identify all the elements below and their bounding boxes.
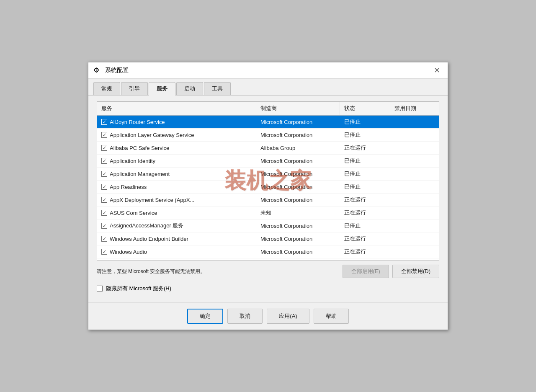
title-bar: ⚙ 系统配置 ✕ — [88, 62, 448, 79]
disable-date-cell — [390, 145, 439, 150]
service-name-cell: ✓ Application Identity — [97, 155, 256, 167]
disable-date-cell — [390, 249, 439, 254]
service-checkbox[interactable]: ✓ — [101, 223, 107, 229]
tab-bar: 常规 引导 服务 启动 工具 — [88, 79, 448, 95]
content-area: 装机之家 服务 制造商 状态 禁用日期 ✓ Al — [88, 95, 448, 300]
service-name-cell: ✓ Application Layer Gateway Service — [97, 129, 256, 141]
tab-tools[interactable]: 工具 — [204, 82, 231, 95]
service-name-cell: ✓ Application Management — [97, 168, 256, 180]
service-name-cell: ✓ AllJoyn Router Service — [97, 116, 256, 128]
manufacturer-cell: Microsoft Corporation — [256, 246, 340, 258]
status-cell: 已停止 — [340, 116, 390, 128]
manufacturer-cell: Microsoft Corporation — [256, 233, 340, 245]
service-name-cell: ✓ Windows Audio Endpoint Builder — [97, 233, 256, 245]
title-bar-left: ⚙ 系统配置 — [93, 66, 129, 75]
col-disable-date: 禁用日期 — [390, 102, 439, 115]
col-manufacturer: 制造商 — [256, 102, 340, 115]
enable-all-button[interactable]: 全部启用(E) — [343, 265, 389, 278]
footer-button-row: 确定 取消 应用(A) 帮助 — [88, 302, 448, 330]
services-table-wrapper: 装机之家 服务 制造商 状态 禁用日期 ✓ Al — [97, 101, 439, 260]
service-checkbox[interactable]: ✓ — [101, 132, 107, 138]
table-row[interactable]: ✓ Application Management Microsoft Corpo… — [97, 168, 439, 181]
notice-text: 请注意，某些 Microsoft 安全服务可能无法禁用。 — [97, 268, 338, 275]
hide-microsoft-checkbox[interactable] — [97, 286, 103, 291]
tab-startup[interactable]: 启动 — [176, 82, 203, 95]
table-row[interactable]: ✓ Application Identity Microsoft Corpora… — [97, 155, 439, 168]
service-checkbox[interactable]: ✓ — [101, 119, 107, 125]
manufacturer-cell: Alibaba Group — [256, 142, 340, 154]
cancel-button[interactable]: 取消 — [227, 309, 263, 324]
status-cell: 已停止 — [340, 219, 390, 232]
table-row[interactable]: ✓ 手机网络时间 Microsoft Corporation 已停止 — [97, 258, 439, 260]
service-checkbox[interactable]: ✓ — [101, 197, 107, 203]
service-checkbox[interactable]: ✓ — [101, 158, 107, 164]
table-row[interactable]: ✓ App Readiness Microsoft Corporation 已停… — [97, 181, 439, 193]
service-checkbox[interactable]: ✓ — [101, 171, 107, 177]
status-cell: 正在运行 — [340, 142, 390, 154]
close-button[interactable]: ✕ — [431, 66, 443, 75]
service-name-cell: ✓ AssignedAccessManager 服务 — [97, 219, 256, 232]
service-checkbox[interactable]: ✓ — [101, 210, 107, 216]
status-cell: 已停止 — [340, 258, 390, 260]
table-row[interactable]: ✓ AssignedAccessManager 服务 Microsoft Cor… — [97, 219, 439, 232]
table-row[interactable]: ✓ AppX Deployment Service (AppX... Micro… — [97, 193, 439, 206]
status-cell: 正在运行 — [340, 232, 390, 245]
status-cell: 已停止 — [340, 168, 390, 180]
tab-services[interactable]: 服务 — [149, 82, 175, 95]
manufacturer-cell: 未知 — [256, 206, 340, 219]
help-button[interactable]: 帮助 — [314, 309, 349, 324]
ok-button[interactable]: 确定 — [187, 309, 223, 324]
disable-date-cell — [390, 158, 439, 163]
status-cell: 已停止 — [340, 181, 390, 193]
table-row[interactable]: ✓ Application Layer Gateway Service Micr… — [97, 129, 439, 142]
table-row[interactable]: ✓ AllJoyn Router Service Microsoft Corpo… — [97, 116, 439, 129]
disable-date-cell — [390, 197, 439, 202]
disable-date-cell — [390, 119, 439, 124]
disable-date-cell — [390, 184, 439, 189]
service-name-cell: ✓ Windows Audio — [97, 246, 256, 258]
status-cell: 已停止 — [340, 155, 390, 167]
manufacturer-cell: Microsoft Corporation — [256, 129, 340, 141]
status-cell: 正在运行 — [340, 206, 390, 219]
tab-boot[interactable]: 引导 — [121, 82, 148, 95]
col-service: 服务 — [97, 102, 256, 115]
table-body[interactable]: ✓ AllJoyn Router Service Microsoft Corpo… — [97, 116, 439, 260]
apply-button[interactable]: 应用(A) — [267, 309, 309, 324]
disable-date-cell — [390, 132, 439, 137]
window-icon: ⚙ — [93, 66, 102, 75]
tab-general[interactable]: 常规 — [93, 82, 120, 95]
status-cell: 已停止 — [340, 129, 390, 141]
manufacturer-cell: Microsoft Corporation — [256, 168, 340, 180]
service-name-cell: ✓ Alibaba PC Safe Service — [97, 142, 256, 154]
disable-date-cell — [390, 210, 439, 215]
service-checkbox[interactable]: ✓ — [101, 236, 107, 242]
manufacturer-cell: Microsoft Corporation — [256, 259, 340, 260]
status-cell: 正在运行 — [340, 245, 390, 258]
system-config-window: ⚙ 系统配置 ✕ 常规 引导 服务 启动 工具 装机之家 服务 制造商 状态 禁… — [88, 62, 448, 330]
notice-row: 请注意，某些 Microsoft 安全服务可能无法禁用。 全部启用(E) 全部禁… — [97, 260, 439, 281]
service-checkbox[interactable]: ✓ — [101, 145, 107, 151]
manufacturer-cell: Microsoft Corporation — [256, 220, 340, 232]
table-row[interactable]: ✓ ASUS Com Service 未知 正在运行 — [97, 206, 439, 219]
disable-date-cell — [390, 171, 439, 176]
disable-date-cell — [390, 236, 439, 241]
services-table: 服务 制造商 状态 禁用日期 ✓ AllJoyn Router Service — [97, 101, 439, 260]
service-name-cell: ✓ AppX Deployment Service (AppX... — [97, 194, 256, 206]
disable-all-button[interactable]: 全部禁用(D) — [392, 265, 439, 278]
window-title: 系统配置 — [105, 67, 129, 74]
table-row[interactable]: ✓ Alibaba PC Safe Service Alibaba Group … — [97, 142, 439, 155]
table-row[interactable]: ✓ Windows Audio Endpoint Builder Microso… — [97, 232, 439, 245]
manufacturer-cell: Microsoft Corporation — [256, 116, 340, 128]
action-buttons: 全部启用(E) 全部禁用(D) — [343, 265, 439, 278]
table-row[interactable]: ✓ Windows Audio Microsoft Corporation 正在… — [97, 245, 439, 258]
service-name-cell: ✓ App Readiness — [97, 181, 256, 193]
disable-date-cell — [390, 223, 439, 228]
service-checkbox[interactable]: ✓ — [101, 249, 107, 255]
service-name-cell: ✓ 手机网络时间 — [97, 258, 256, 260]
service-checkbox[interactable]: ✓ — [101, 184, 107, 190]
col-status: 状态 — [340, 102, 390, 115]
manufacturer-cell: Microsoft Corporation — [256, 155, 340, 167]
manufacturer-cell: Microsoft Corporation — [256, 181, 340, 193]
hide-microsoft-row: 隐藏所有 Microsoft 服务(H) — [97, 281, 439, 294]
status-cell: 正在运行 — [340, 193, 390, 206]
